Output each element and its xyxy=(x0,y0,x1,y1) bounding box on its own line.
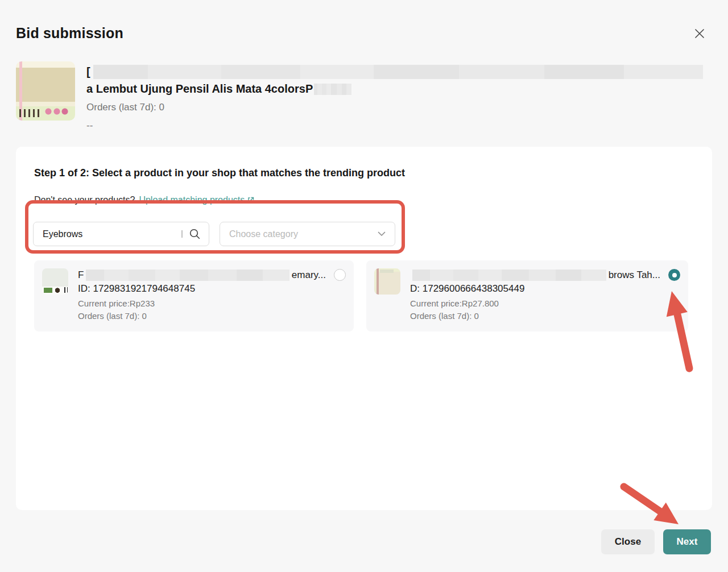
category-placeholder: Choose category xyxy=(229,229,298,239)
close-icon[interactable] xyxy=(689,24,710,43)
external-link-icon xyxy=(247,196,255,204)
search-input[interactable] xyxy=(43,229,181,239)
step-card: Step 1 of 2: Select a product in your sh… xyxy=(16,147,712,510)
trending-product-summary: [ a Lembut Ujung Pensil Alis Mata 4color… xyxy=(16,61,703,131)
redacted-text-bar xyxy=(314,84,351,95)
close-x-glyph xyxy=(694,28,705,39)
product-search-box[interactable] xyxy=(33,222,209,246)
trending-product-title-line1: [ xyxy=(86,64,703,80)
product-id: ID: 1729831921794648745 xyxy=(78,283,346,295)
trending-placeholder-value: -- xyxy=(86,120,703,131)
product-price: Current price:Rp27.800 xyxy=(410,299,680,308)
product-title-end: emary... xyxy=(292,270,326,281)
product-title-start: F xyxy=(78,270,84,281)
product-title-row: F emary... xyxy=(78,268,346,281)
title-visible-text: [ xyxy=(86,65,90,78)
upload-matching-products-link[interactable]: Upload matching products xyxy=(139,195,255,205)
step-heading: Step 1 of 2: Select a product in your sh… xyxy=(34,167,405,179)
product-title-end: brows Tah... xyxy=(609,270,660,281)
upload-link-label: Upload matching products xyxy=(139,195,245,205)
trending-orders-label: Orders (last 7d): 0 xyxy=(86,102,703,113)
product-info: brows Tah... D: 1729600666438305449 Curr… xyxy=(410,268,680,331)
product-title-row: brows Tah... xyxy=(410,268,680,281)
upload-prompt-text: Don't see your products? xyxy=(34,195,135,205)
title-visible-text: a Lembut Ujung Pensil Alis Mata 4colorsP xyxy=(86,82,313,96)
next-button[interactable]: Next xyxy=(663,529,711,554)
upload-prompt-row: Don't see your products? Upload matching… xyxy=(34,195,255,205)
radio-selected-icon[interactable] xyxy=(668,269,680,281)
redacted-text-bar xyxy=(86,270,289,281)
trending-product-title-line2: a Lembut Ujung Pensil Alis Mata 4colorsP xyxy=(86,82,703,96)
product-option-card[interactable]: F emary... ID: 1729831921794648745 Curre… xyxy=(34,260,354,331)
product-thumbnail xyxy=(42,268,68,295)
redacted-text-bar xyxy=(412,270,606,281)
category-select[interactable]: Choose category xyxy=(220,222,395,246)
close-button[interactable]: Close xyxy=(601,529,655,554)
bid-submission-modal: Bid submission [ a Lembut Ujung Pensil A… xyxy=(0,0,728,572)
radio-unselected-icon[interactable] xyxy=(334,269,346,281)
product-orders: Orders (last 7d): 0 xyxy=(410,311,680,321)
search-icon[interactable] xyxy=(189,228,201,240)
product-option-card[interactable]: brows Tah... D: 1729600666438305449 Curr… xyxy=(366,260,688,331)
product-thumbnail xyxy=(374,268,400,295)
redacted-text-bar xyxy=(93,65,703,79)
product-price: Current price:Rp233 xyxy=(78,299,346,308)
chevron-down-icon xyxy=(378,231,386,237)
trending-product-info: [ a Lembut Ujung Pensil Alis Mata 4color… xyxy=(86,61,703,131)
product-id: D: 1729600666438305449 xyxy=(410,283,680,295)
text-cursor xyxy=(181,230,183,238)
product-orders: Orders (last 7d): 0 xyxy=(78,311,346,321)
product-options-row: F emary... ID: 1729831921794648745 Curre… xyxy=(34,260,688,331)
page-title: Bid submission xyxy=(16,25,123,42)
trending-product-image xyxy=(16,61,75,121)
product-info: F emary... ID: 1729831921794648745 Curre… xyxy=(78,268,346,331)
